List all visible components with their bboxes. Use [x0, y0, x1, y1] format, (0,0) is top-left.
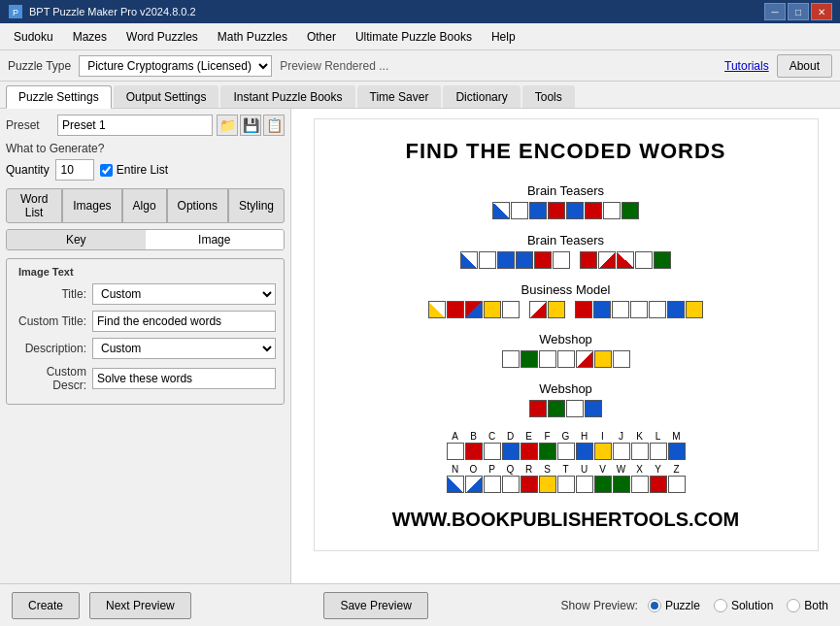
cs — [557, 350, 575, 368]
cipher-row-3 — [334, 301, 798, 318]
cipher-row-1 — [334, 202, 798, 219]
cs — [548, 400, 565, 417]
menu-ultimate[interactable]: Ultimate Puzzle Books — [346, 26, 482, 48]
close-button[interactable]: ✕ — [811, 3, 832, 20]
cs — [516, 251, 533, 269]
tab-key[interactable]: Key — [7, 230, 146, 249]
radio-solution-circle[interactable] — [714, 599, 727, 612]
cs — [594, 350, 612, 368]
bottombar: Create Next Preview Save Preview Show Pr… — [0, 583, 840, 626]
radio-solution-opt[interactable]: Solution — [714, 599, 773, 612]
description-label: Description: — [15, 342, 92, 355]
preset-save-as-button[interactable]: 📋 — [263, 115, 285, 136]
cs — [622, 202, 639, 219]
cs — [529, 400, 547, 417]
next-preview-button[interactable]: Next Preview — [89, 592, 191, 619]
menu-sudoku[interactable]: Sudoku — [4, 26, 63, 48]
window-controls[interactable]: ─ □ ✕ — [764, 3, 832, 20]
quantity-row: Quantity Entire List — [6, 159, 285, 181]
cs — [428, 301, 446, 318]
puzzle-type-label: Puzzle Type — [8, 59, 71, 73]
custom-descr-row: Custom Descr: — [15, 365, 276, 392]
preset-icons: 📁 💾 📋 — [217, 115, 285, 136]
tab-tools[interactable]: Tools — [522, 85, 575, 108]
key-section: ABC DEF GHI JKL M NOP QRS TUV — [334, 431, 798, 493]
cipher-row-4 — [334, 350, 798, 368]
sub-tab-images[interactable]: Images — [62, 188, 121, 223]
menu-help[interactable]: Help — [482, 26, 525, 48]
menu-other[interactable]: Other — [297, 26, 346, 48]
radio-puzzle-opt[interactable]: Puzzle — [648, 599, 700, 612]
toolbar: Puzzle Type Picture Cryptograms (License… — [0, 50, 840, 82]
word-label-3: Business Model — [334, 282, 798, 297]
tab-output-settings[interactable]: Output Settings — [114, 85, 219, 108]
cs — [460, 251, 478, 269]
word-group-5: Webshop — [334, 381, 798, 417]
menu-word-puzzles[interactable]: Word Puzzles — [117, 26, 208, 48]
tab-time-saver[interactable]: Time Saver — [357, 85, 442, 108]
custom-descr-label: Custom Descr: — [15, 365, 92, 392]
custom-title-input[interactable] — [92, 311, 276, 332]
cs — [553, 251, 570, 269]
cs — [548, 202, 565, 219]
description-select[interactable]: Custom — [92, 338, 276, 359]
cs — [585, 202, 602, 219]
sub-tab-algo[interactable]: Algo — [122, 188, 167, 223]
title-select[interactable]: Custom — [92, 283, 276, 305]
cs — [502, 350, 520, 368]
preset-folder-button[interactable]: 📁 — [217, 115, 238, 136]
cs — [585, 400, 602, 417]
entire-list-row: Entire List — [100, 163, 168, 177]
quantity-input[interactable] — [55, 159, 94, 181]
save-preview-button[interactable]: Save Preview — [323, 592, 427, 619]
quantity-label: Quantity — [6, 163, 50, 177]
word-group-4: Webshop — [334, 332, 798, 368]
tab-instant-puzzle-books[interactable]: Instant Puzzle Books — [220, 85, 354, 108]
create-button[interactable]: Create — [12, 592, 80, 619]
radio-both-opt[interactable]: Both — [787, 599, 828, 612]
svg-text:P: P — [13, 8, 18, 17]
radio-both-circle[interactable] — [787, 599, 800, 612]
minimize-button[interactable]: ─ — [764, 3, 786, 20]
custom-descr-input[interactable] — [92, 368, 276, 389]
image-text-group: Image Text Title: Custom Custom Title: D… — [6, 258, 285, 405]
show-preview-label: Show Preview: — [561, 599, 638, 612]
website-text: WWW.BOOKPUBLISHERTOOLS.COM — [334, 509, 798, 531]
main-tabbar: Puzzle Settings Output Settings Instant … — [0, 82, 840, 109]
puzzle-type-select[interactable]: Picture Cryptograms (Licensed) — [79, 55, 272, 77]
word-group-1: Brain Teasers — [334, 183, 798, 219]
preset-input[interactable] — [57, 115, 213, 136]
title-field-label: Title: — [15, 287, 92, 301]
cs — [566, 400, 584, 417]
cipher-row-5 — [334, 400, 798, 417]
cs — [529, 301, 547, 318]
entire-list-checkbox[interactable] — [100, 164, 113, 177]
about-button[interactable]: About — [777, 54, 832, 78]
tutorials-link[interactable]: Tutorials — [724, 59, 769, 73]
custom-title-row: Custom Title: — [15, 311, 276, 332]
cs — [593, 301, 611, 318]
maximize-button[interactable]: □ — [788, 3, 809, 20]
preset-save-button[interactable]: 💾 — [240, 115, 261, 136]
sub-tab-options[interactable]: Options — [167, 188, 228, 223]
sub-tab-styling[interactable]: Styling — [228, 188, 285, 223]
tab-dictionary[interactable]: Dictionary — [443, 85, 520, 108]
main-content: Preset 📁 💾 📋 What to Generate? Quantity … — [0, 109, 840, 583]
group-title: Image Text — [15, 266, 78, 278]
key-image-tabs: Key Image — [6, 229, 285, 250]
cipher-row-2 — [334, 251, 798, 269]
puzzle-title: FIND THE ENCODED WORDS — [334, 139, 798, 164]
tab-puzzle-settings[interactable]: Puzzle Settings — [6, 85, 112, 109]
menu-math-puzzles[interactable]: Math Puzzles — [208, 26, 297, 48]
preview-content: FIND THE ENCODED WORDS Brain Teasers Bra… — [314, 118, 819, 551]
tab-image[interactable]: Image — [146, 230, 285, 249]
cs — [484, 301, 501, 318]
sub-tab-word-list[interactable]: Word List — [6, 188, 62, 223]
radio-solution-label: Solution — [731, 599, 773, 612]
radio-puzzle-circle[interactable] — [648, 599, 661, 612]
cs — [566, 202, 584, 219]
menu-mazes[interactable]: Mazes — [63, 26, 117, 48]
cs — [686, 301, 703, 318]
cs — [654, 251, 671, 269]
titlebar: P BPT Puzzle Maker Pro v2024.8.0.2 ─ □ ✕ — [0, 0, 840, 23]
